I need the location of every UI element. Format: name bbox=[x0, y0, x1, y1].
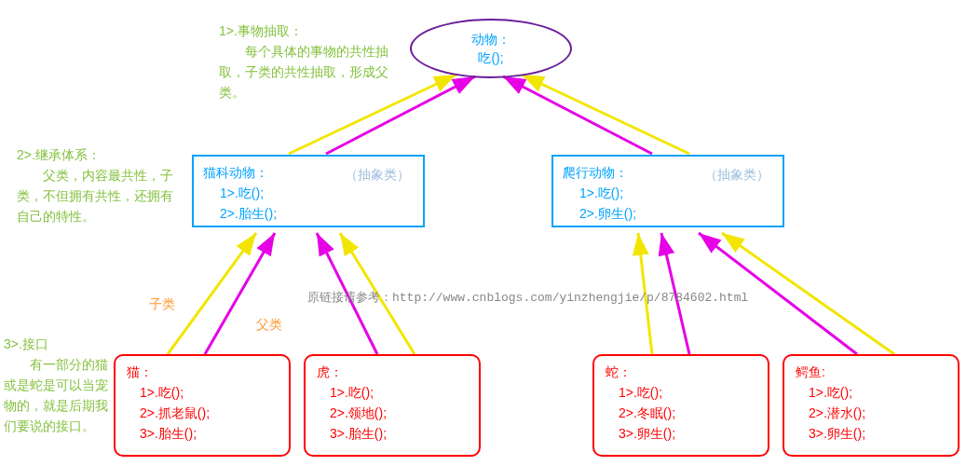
label-superclass: 父类 bbox=[256, 317, 282, 334]
node-reptiles-m1: 1>.吃(); bbox=[563, 183, 773, 203]
node-cats-m2: 2>.胎生(); bbox=[203, 203, 414, 224]
note-abstraction: 1>.事物抽取： 每个具体的事物的共性抽取，子类的共性抽取，形成父类。 bbox=[219, 21, 396, 103]
node-cat-m2: 2>.抓老鼠(); bbox=[127, 403, 278, 423]
note-abstraction-heading: 1>.事物抽取： bbox=[219, 21, 396, 41]
note-inheritance: 2>.继承体系： 父类，内容最共性，子类，不但拥有共性，还拥有自己的特性。 bbox=[17, 144, 175, 226]
note-interface-body: 有一部分的猫或是蛇是可以当宠物的，就是后期我们要说的接口。 bbox=[4, 354, 116, 436]
node-reptiles-m2: 2>.卵生(); bbox=[563, 203, 773, 224]
node-croc: 鳄鱼: 1>.吃(); 2>.潜水(); 3>.卵生(); bbox=[783, 354, 960, 457]
edge-reptiles-to-animal-1 bbox=[503, 76, 652, 154]
node-tiger-m3: 3>.胎生(); bbox=[317, 423, 468, 444]
node-croc-m3: 3>.卵生(); bbox=[796, 423, 946, 444]
node-tiger-m1: 1>.吃(); bbox=[317, 382, 468, 403]
node-reptiles: 爬行动物： 1>.吃(); 2>.卵生(); （抽象类） bbox=[551, 155, 784, 227]
node-snake-m1: 1>.吃(); bbox=[606, 382, 756, 403]
node-animal-method: 吃(); bbox=[412, 48, 570, 67]
node-croc-m1: 1>.吃(); bbox=[796, 382, 946, 403]
node-cat-title: 猫： bbox=[127, 362, 278, 382]
note-abstraction-body: 每个具体的事物的共性抽取，子类的共性抽取，形成父类。 bbox=[219, 41, 396, 103]
node-cat: 猫： 1>.吃(); 2>.抓老鼠(); 3>.胎生(); bbox=[114, 354, 291, 457]
watermark-link: 原链接请参考：http://www.cnblogs.com/yinzhengji… bbox=[307, 289, 748, 306]
note-inheritance-body: 父类，内容最共性，子类，不但拥有共性，还拥有自己的特性。 bbox=[17, 165, 175, 226]
edge-cat-to-cats-1 bbox=[168, 233, 256, 354]
node-snake: 蛇： 1>.吃(); 2>.冬眠(); 3>.卵生(); bbox=[592, 354, 769, 457]
node-cats-badge: （抽象类） bbox=[345, 164, 410, 185]
node-cat-m3: 3>.胎生(); bbox=[127, 423, 278, 444]
node-snake-m2: 2>.冬眠(); bbox=[606, 403, 756, 423]
node-tiger-m2: 2>.领地(); bbox=[317, 403, 468, 423]
note-interface: 3>.接口 有一部分的猫或是蛇是可以当宠物的，就是后期我们要说的接口。 bbox=[4, 334, 116, 436]
node-cats: 猫科动物： 1>.吃(); 2>.胎生(); （抽象类） bbox=[192, 155, 425, 227]
node-snake-m3: 3>.卵生(); bbox=[606, 423, 756, 444]
edge-cat-to-cats-2 bbox=[205, 233, 275, 354]
node-croc-title: 鳄鱼: bbox=[796, 362, 946, 382]
note-interface-heading: 3>.接口 bbox=[4, 334, 116, 354]
edge-reptiles-to-animal-2 bbox=[522, 75, 689, 154]
node-cats-m1: 1>.吃(); bbox=[203, 183, 414, 203]
node-animal-title: 动物： bbox=[412, 30, 570, 48]
node-tiger: 虎： 1>.吃(); 2>.领地(); 3>.胎生(); bbox=[304, 354, 481, 457]
label-subclass: 子类 bbox=[149, 296, 175, 313]
node-tiger-title: 虎： bbox=[317, 362, 468, 382]
node-croc-m2: 2>.潜水(); bbox=[796, 403, 946, 423]
node-snake-title: 蛇： bbox=[606, 362, 756, 382]
node-animal: 动物： 吃(); bbox=[410, 19, 572, 78]
node-reptiles-badge: （抽象类） bbox=[704, 164, 769, 185]
node-cat-m1: 1>.吃(); bbox=[127, 382, 278, 403]
note-inheritance-heading: 2>.继承体系： bbox=[17, 144, 175, 165]
